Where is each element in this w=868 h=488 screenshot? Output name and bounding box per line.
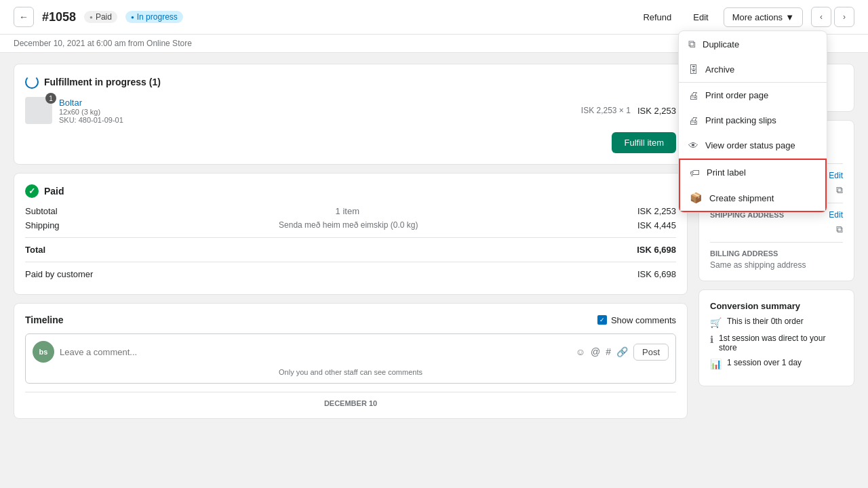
duplicate-menu-item[interactable]: ⧉ Duplicate <box>679 31 827 57</box>
order-number: #1058 <box>42 10 76 24</box>
attachment-icon[interactable]: 🔗 <box>616 346 628 357</box>
chevron-down-icon: ▼ <box>785 12 794 22</box>
comment-hint: Only you and other staff can see comment… <box>33 368 669 376</box>
comment-area: bs ☺ @ # 🔗 Post Only you and other staff… <box>25 333 676 384</box>
prev-order-button[interactable]: ‹ <box>811 7 831 27</box>
contact-edit-link[interactable]: Edit <box>829 171 843 180</box>
paid-by-row: Paid by customer ISK 6,698 <box>25 269 676 279</box>
paid-badge: Paid <box>84 11 117 23</box>
highlighted-section: 🏷 Print label 📦 Create shipment <box>679 159 827 212</box>
view-status-icon: 👁 <box>688 140 698 151</box>
show-comments-checkbox[interactable]: ✓ <box>597 315 607 325</box>
billing-title: BILLING ADDRESS <box>710 249 843 258</box>
product-total: ISK 2,253 <box>637 106 676 116</box>
product-sku: SKU: 480-01-09-01 <box>59 116 574 124</box>
subtotal-row: Subtotal 1 item ISK 2,253 <box>25 206 676 216</box>
fulfillment-header: Fulfillment in progress (1) <box>25 75 676 89</box>
more-actions-button[interactable]: More actions ▼ <box>724 7 803 27</box>
create-shipment-icon: 📦 <box>690 192 703 204</box>
product-link[interactable]: Boltar <box>59 98 82 108</box>
copy-shipping-icon[interactable]: ⧉ <box>836 224 843 235</box>
info-icon: ℹ <box>710 334 713 345</box>
paid-check-icon: ✓ <box>25 184 39 198</box>
paid-header: ✓ Paid <box>25 184 676 198</box>
fulfillment-spinner-icon <box>25 75 39 89</box>
copy-phone-icon[interactable]: ⧉ <box>836 184 843 196</box>
conversion-item-duration: 📊 1 session over 1 day <box>710 358 843 369</box>
conversion-item-orders: 🛒 This is their 0th order <box>710 317 843 328</box>
archive-menu-item[interactable]: 🗄 Archive <box>679 57 827 82</box>
product-image: 1 <box>25 97 52 124</box>
progress-badge: In progress <box>125 11 183 23</box>
product-details: 12x60 (3 kg) <box>59 108 574 116</box>
refund-button[interactable]: Refund <box>636 8 678 26</box>
show-comments-toggle[interactable]: ✓ Show comments <box>597 315 676 325</box>
print-order-icon: 🖨 <box>688 89 698 101</box>
comment-input-row: bs ☺ @ # 🔗 Post <box>33 341 669 363</box>
print-packing-menu-item[interactable]: 🖨 Print packing slips <box>679 108 827 133</box>
mention-icon[interactable]: @ <box>591 346 600 357</box>
chart-icon: 📊 <box>710 359 722 369</box>
hashtag-icon[interactable]: # <box>606 346 611 357</box>
page-header: ← #1058 Paid In progress Refund Edit Mor… <box>0 0 868 35</box>
more-actions-dropdown: ⧉ Duplicate 🗄 Archive 🖨 Print order page… <box>678 30 827 213</box>
timeline-header: Timeline ✓ Show comments <box>25 314 676 325</box>
comment-input[interactable] <box>60 347 570 357</box>
product-quantity-badge: 1 <box>45 93 56 104</box>
comment-toolbar: ☺ @ # 🔗 <box>576 346 628 357</box>
create-shipment-menu-item[interactable]: 📦 Create shipment <box>680 185 825 211</box>
product-qty-price: ISK 2,253 × 1 <box>581 106 631 115</box>
copy-shipping-row: ⧉ <box>710 224 843 235</box>
product-info: Boltar 12x60 (3 kg) SKU: 480-01-09-01 <box>59 98 574 124</box>
conversion-item-session: ℹ 1st session was direct to your store <box>710 333 843 352</box>
back-button[interactable]: ← <box>14 7 34 27</box>
subtotal-qty: 1 item <box>58 206 637 216</box>
archive-icon: 🗄 <box>688 64 698 75</box>
left-column: Fulfillment in progress (1) 1 Boltar 12x… <box>14 64 688 419</box>
edit-button[interactable]: Edit <box>686 8 715 26</box>
conversion-title: Conversion summary <box>710 301 843 311</box>
next-order-button[interactable]: › <box>834 7 854 27</box>
print-label-menu-item[interactable]: 🏷 Print label <box>680 160 825 185</box>
timeline-date-label: DECEMBER 10 <box>25 392 676 407</box>
timeline-card: Timeline ✓ Show comments bs ☺ @ # <box>14 303 688 419</box>
print-packing-icon: 🖨 <box>688 115 698 126</box>
fulfillment-card: Fulfillment in progress (1) 1 Boltar 12x… <box>14 64 688 165</box>
billing-same-text: Same as shipping address <box>710 260 843 270</box>
shipping-edit-link[interactable]: Edit <box>829 210 843 220</box>
product-price-col: ISK 2,253 × 1 <box>581 106 631 115</box>
shipping-row: Shipping Senda með heim með eimskip (0.0… <box>25 220 676 230</box>
shipping-method: Senda með heim með eimskip (0.0 kg) <box>60 220 637 230</box>
duplicate-icon: ⧉ <box>688 38 696 50</box>
product-row: 1 Boltar 12x60 (3 kg) SKU: 480-01-09-01 … <box>25 97 676 124</box>
cart-icon: 🛒 <box>710 317 722 328</box>
user-avatar: bs <box>33 341 54 363</box>
emoji-icon[interactable]: ☺ <box>576 346 585 357</box>
fulfill-item-button[interactable]: Fulfill item <box>612 132 676 153</box>
timeline-title: Timeline <box>25 314 64 325</box>
post-comment-button[interactable]: Post <box>633 344 669 361</box>
print-order-menu-item[interactable]: 🖨 Print order page <box>679 83 827 108</box>
print-label-icon: 🏷 <box>690 167 700 178</box>
page-wrapper: ← #1058 Paid In progress Refund Edit Mor… <box>0 0 868 488</box>
total-row: Total ISK 6,698 <box>25 245 676 255</box>
paid-card: ✓ Paid Subtotal 1 item ISK 2,253 Shippin… <box>14 173 688 295</box>
nav-arrows: ‹ › <box>811 7 854 27</box>
view-status-menu-item[interactable]: 👁 View order status page <box>679 133 827 158</box>
conversion-card: Conversion summary 🛒 This is their 0th o… <box>698 289 854 386</box>
